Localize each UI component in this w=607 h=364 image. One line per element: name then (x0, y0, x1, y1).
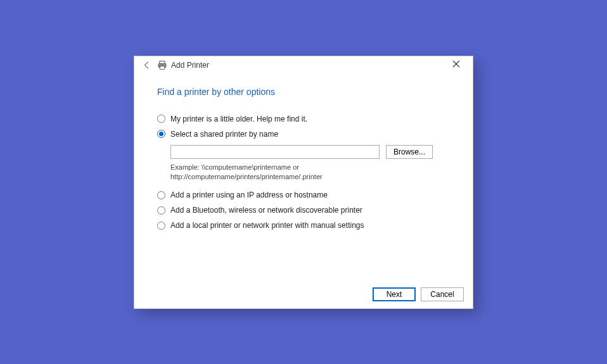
radio-icon (157, 222, 165, 230)
option-local-manual[interactable]: Add a local printer or network printer w… (157, 221, 450, 230)
add-printer-dialog: Add Printer Find a printer by other opti… (134, 56, 473, 309)
svg-point-3 (164, 64, 165, 65)
radio-icon (157, 115, 165, 123)
radio-icon (157, 191, 165, 199)
back-arrow-icon[interactable] (142, 60, 152, 70)
titlebar: Add Printer (134, 56, 473, 74)
option-bluetooth-wireless[interactable]: Add a Bluetooth, wireless or network dis… (157, 206, 450, 215)
option-shared-printer[interactable]: Select a shared printer by name (157, 130, 450, 139)
options-group: My printer is a little older. Help me fi… (157, 115, 450, 230)
radio-icon (157, 206, 165, 215)
svg-rect-0 (160, 61, 165, 63)
example-text: Example: \\computername\printername or h… (170, 163, 386, 182)
option-label: Add a printer using an IP address or hos… (170, 191, 328, 199)
printer-icon (157, 60, 167, 70)
close-button[interactable] (444, 56, 469, 72)
option-label: My printer is a little older. Help me fi… (170, 115, 307, 123)
shared-printer-subsection: Browse... Example: \\computername\printe… (170, 145, 450, 182)
dialog-footer: Next Cancel (134, 280, 473, 308)
option-ip-address[interactable]: Add a printer using an IP address or hos… (157, 191, 450, 199)
close-icon (452, 60, 460, 68)
option-label: Add a local printer or network printer w… (170, 221, 364, 230)
option-older-printer[interactable]: My printer is a little older. Help me fi… (157, 115, 450, 123)
svg-rect-2 (160, 66, 165, 69)
browse-button[interactable]: Browse... (386, 145, 433, 159)
option-label: Select a shared printer by name (170, 130, 278, 139)
page-heading: Find a printer by other options (157, 87, 450, 97)
option-label: Add a Bluetooth, wireless or network dis… (170, 206, 362, 215)
shared-printer-path-input[interactable] (170, 145, 380, 159)
cancel-button[interactable]: Cancel (421, 287, 464, 301)
titlebar-label: Add Printer (171, 61, 209, 70)
radio-icon (157, 130, 165, 138)
dialog-content: Find a printer by other options My print… (134, 74, 473, 280)
next-button[interactable]: Next (373, 287, 416, 301)
